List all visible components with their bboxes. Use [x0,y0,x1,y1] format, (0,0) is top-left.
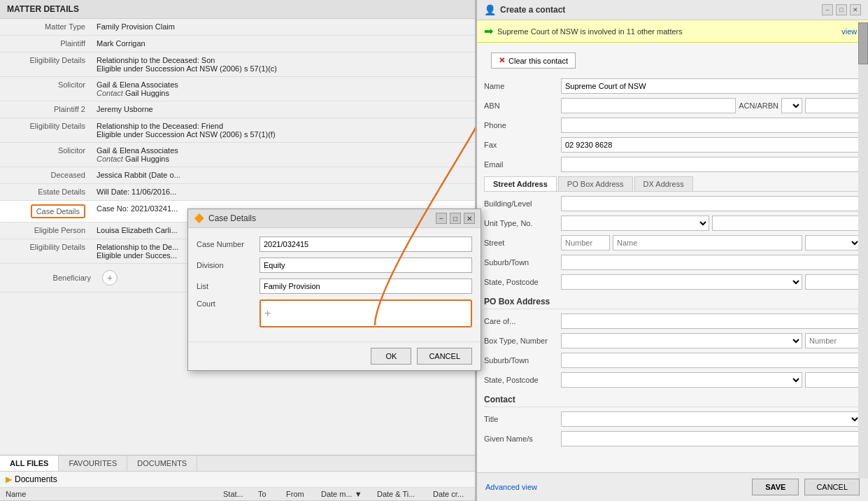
unit-number-input[interactable] [712,216,862,231]
tab-favourites[interactable]: FAVOURITES [59,456,127,471]
tab-all-files[interactable]: ALL FILES [0,456,59,471]
field-label: Eligibility Details [0,239,91,263]
dialog-title: 🔶 Case Details [194,213,256,223]
save-button[interactable]: SAVE [752,479,799,495]
building-input[interactable] [561,196,861,211]
banner-arrow-icon: ➡ [484,24,493,38]
acn-type-select[interactable] [781,98,802,113]
email-input[interactable] [561,157,861,172]
court-row: Court + [197,299,472,327]
scrollbar-thumb[interactable] [858,22,868,64]
field-label: Eligibility Details [0,118,91,142]
street-type-select[interactable] [805,235,861,250]
suburb-input[interactable] [561,255,861,270]
email-label: Email [484,160,561,169]
fax-input[interactable] [561,137,861,153]
col-date-modified[interactable]: Date m... ▼ [318,490,374,498]
tab-documents[interactable]: DOCUMENTS [127,456,197,471]
pobox-suburb-input[interactable] [561,353,861,368]
title-row: Title [484,411,861,427]
contact-close-button[interactable]: ✕ [850,4,861,15]
street-name-input[interactable] [613,235,802,250]
pobox-postcode-input[interactable] [805,372,861,388]
field-value: Relationship to the Deceased: FriendElig… [91,118,475,142]
care-of-label: Care of... [484,317,561,325]
unit-label: Unit Type, No. [484,219,561,227]
pobox-suburb-row: Suburb/Town [484,353,861,368]
add-beneficiary-button[interactable]: + [102,270,118,285]
street-label: Street [484,239,561,247]
folder-name: Documents [15,474,57,484]
minimize-button[interactable]: − [436,213,447,224]
box-type-select[interactable] [561,333,802,348]
close-button[interactable]: ✕ [464,213,475,224]
email-row: Email [484,157,861,172]
list-input[interactable] [259,278,472,294]
address-tabs: Street Address PO Box Address DX Address [484,176,861,192]
title-field-label: Title [484,415,561,423]
street-number-input[interactable] [561,235,610,250]
court-input-area[interactable]: + [259,299,472,327]
phone-input[interactable] [561,118,861,133]
box-type-row: Box Type, Number [484,333,861,348]
pobox-state-label: State, Postcode [484,376,561,384]
ok-button[interactable]: OK [371,348,411,365]
case-number-row: Case Number [197,237,472,252]
pobox-state-select[interactable] [561,372,802,388]
add-court-icon[interactable]: + [264,307,271,320]
table-row: Matter Type Family Provision Claim [0,19,475,36]
unit-type-select[interactable] [561,216,709,231]
tab-dx-address[interactable]: DX Address [634,176,693,191]
table-row: Plaintiff 2 Jeremy Usborne [0,101,475,118]
name-row: Name [484,78,861,94]
field-value: Jessica Rabbit (Date o... [91,167,475,183]
contact-icon: 👤 [484,4,496,15]
col-to: To [255,490,283,498]
tab-po-box-address[interactable]: PO Box Address [558,176,633,191]
state-select[interactable] [561,274,802,290]
fax-label: Fax [484,141,561,149]
table-row: Eligibility Details Relationship to the … [0,118,475,143]
case-number-label: Case Number [197,240,259,248]
field-label: Case Details [0,201,91,222]
table-row: Eligibility Details Relationship to the … [0,52,475,77]
street-row: Street [484,235,861,250]
contact-minimize-button[interactable]: − [822,4,833,15]
info-banner: ➡ Supreme Court of NSW is involved in 11… [477,20,868,43]
file-tab-bar: ALL FILES FAVOURITES DOCUMENTS [0,456,475,472]
clear-contact-button[interactable]: ✕ Clear this contact [491,52,576,69]
acn-label: ACN/ARBN [739,101,778,110]
contact-panel: 👤 Create a contact − □ ✕ ➡ Supreme Court… [476,0,868,501]
bottom-section: ALL FILES FAVOURITES DOCUMENTS ▶ Documen… [0,455,475,501]
matter-title: MATTER DETAILS [0,0,475,19]
abn-input[interactable] [561,98,736,113]
phone-row: Phone [484,118,861,133]
maximize-button[interactable]: □ [450,213,461,224]
name-input[interactable] [561,78,861,94]
field-label: Eligible Person [0,223,91,239]
col-status: Stat... [220,490,255,498]
unit-row: Unit Type, No. [484,216,861,231]
box-number-input[interactable] [805,333,861,348]
given-name-input[interactable] [561,431,861,446]
box-type-label: Box Type, Number [484,337,561,345]
care-of-row: Care of... [484,313,861,329]
division-input[interactable] [259,257,472,273]
acn-input[interactable] [805,98,861,113]
tab-street-address[interactable]: Street Address [484,176,557,191]
contact-section-header: Contact [484,395,861,407]
contact-maximize-button[interactable]: □ [836,4,847,15]
title-select[interactable] [561,411,861,427]
case-number-input[interactable] [259,237,472,252]
cancel-button[interactable]: CANCEL [417,348,472,365]
abn-row: ABN ACN/ARBN [484,98,861,113]
col-date-created: Date cr... [430,490,472,498]
field-value: Jeremy Usborne [91,101,475,118]
cancel-main-button[interactable]: CANCEL [804,479,860,495]
advanced-view-link[interactable]: Advanced view [485,483,537,491]
care-of-input[interactable] [561,313,861,329]
postcode-input[interactable] [805,274,861,290]
field-value: Will Date: 11/06/2016... [91,184,475,200]
building-label: Building/Level [484,199,561,208]
abn-input-group: ACN/ARBN [561,98,861,113]
